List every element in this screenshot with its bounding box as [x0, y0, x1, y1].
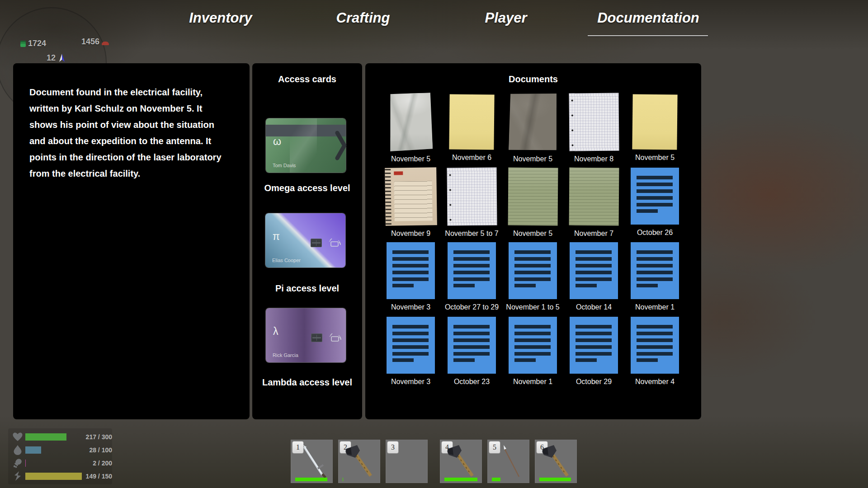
slot-number: 3 — [387, 441, 399, 454]
document-item[interactable]: November 1 — [624, 241, 685, 316]
document-thumbnail — [631, 317, 679, 374]
document-date: November 1 — [513, 378, 552, 386]
document-description-panel: Document found in the electrical facilit… — [13, 63, 250, 419]
axe-icon — [538, 442, 574, 479]
access-card-pi[interactable]: π Elias Cooper — [265, 213, 345, 267]
player-stats: 217 / 300 28 / 100 2 / 200 149 / 150 — [8, 428, 112, 484]
hotbar-slot-2[interactable]: 2 — [338, 440, 380, 483]
document-date: November 4 — [635, 378, 675, 386]
card-chip-icon — [311, 239, 322, 247]
durability-bar — [295, 478, 327, 481]
document-description: Document found in the electrical facilit… — [29, 84, 235, 182]
document-thumbnail — [508, 168, 558, 226]
document-thumbnail — [569, 168, 619, 226]
energy-value: 149 / 150 — [84, 473, 112, 480]
card-holder-name: Rick Garcia — [273, 352, 298, 358]
tab-player[interactable]: Player — [485, 10, 527, 26]
contactless-icon — [328, 238, 342, 249]
document-date: November 9 — [391, 230, 430, 238]
minimap-red-counter: 1456 — [81, 37, 109, 47]
hotbar-slot-1[interactable]: 1 — [291, 440, 333, 483]
hotbar-slot-3[interactable]: 3 — [386, 440, 428, 483]
lightning-icon — [12, 471, 24, 481]
document-item[interactable]: November 3 — [380, 241, 441, 316]
document-date: October 27 to 29 — [445, 303, 499, 311]
document-item[interactable]: November 5 — [502, 167, 563, 241]
heart-icon — [12, 432, 24, 441]
documents-panel: Documents November 5 November 6 November… — [365, 63, 701, 419]
document-item[interactable]: November 5 — [624, 92, 685, 167]
durability-bar — [492, 478, 500, 481]
document-item[interactable]: October 23 — [441, 316, 502, 390]
document-item[interactable]: November 9 — [380, 167, 441, 241]
document-item[interactable]: November 3 — [380, 316, 441, 390]
player-arrow-icon — [58, 54, 66, 63]
document-item[interactable]: November 5 to 7 — [441, 167, 502, 241]
tab-inventory[interactable]: Inventory — [189, 10, 252, 26]
document-item[interactable]: October 14 — [563, 241, 624, 316]
document-item[interactable]: November 4 — [624, 316, 685, 390]
document-date: October 29 — [576, 378, 612, 386]
document-date: November 3 — [391, 378, 430, 386]
document-thumbnail — [570, 242, 618, 299]
document-item[interactable]: November 1 to 5 — [502, 241, 563, 316]
document-thumbnail — [509, 242, 557, 299]
durability-bar — [444, 478, 477, 481]
document-thumbnail — [389, 93, 433, 151]
document-item[interactable]: November 5 — [380, 92, 441, 167]
card-holder-name: Tom Davis — [273, 163, 296, 168]
document-item[interactable]: November 7 — [563, 167, 624, 241]
lambda-card-label: Lambda access level — [252, 377, 362, 388]
document-thumbnail — [448, 242, 496, 299]
document-thumbnail — [570, 317, 618, 374]
pi-card-label: Pi access level — [252, 283, 362, 294]
document-item[interactable]: October 27 to 29 — [441, 241, 502, 316]
document-date: November 5 — [391, 155, 430, 163]
omega-card-label: Omega access level — [252, 183, 362, 193]
document-item[interactable]: November 5 — [502, 92, 563, 167]
access-cards-title: Access cards — [252, 74, 362, 84]
spear-icon — [491, 442, 526, 479]
axe-icon — [342, 442, 377, 479]
food-value: 2 / 200 — [84, 460, 112, 467]
water-stat: 28 / 100 — [8, 443, 112, 456]
document-item[interactable]: October 26 — [624, 167, 685, 241]
tab-crafting[interactable]: Crafting — [336, 10, 390, 26]
document-date: October 26 — [637, 229, 673, 237]
axe-icon — [443, 442, 479, 479]
battery-icon — [20, 41, 26, 47]
document-item[interactable]: November 8 — [563, 92, 624, 167]
access-card-omega[interactable]: ω Tom Davis — [266, 118, 346, 173]
contactless-icon — [329, 333, 342, 343]
minimap-green-counter: 1724 — [20, 39, 46, 48]
document-item[interactable]: November 1 — [502, 316, 563, 390]
dome-icon — [102, 42, 109, 45]
document-date: November 3 — [391, 303, 430, 311]
document-thumbnail — [632, 94, 677, 150]
document-date: October 14 — [576, 303, 612, 311]
document-thumbnail — [508, 93, 557, 151]
food-bar — [25, 460, 26, 467]
document-date: November 7 — [574, 230, 613, 238]
document-date: November 5 to 7 — [445, 230, 498, 238]
next-card-chevron-icon[interactable] — [335, 130, 347, 161]
access-cards-panel: Access cards ω Tom Davis Omega access le… — [252, 63, 362, 419]
hotbar-slot-4[interactable]: 4 — [440, 440, 482, 483]
document-thumbnail — [448, 317, 496, 374]
document-item[interactable]: November 6 — [441, 92, 502, 167]
document-date: November 1 to 5 — [506, 303, 559, 311]
card-holder-name: Elias Cooper — [272, 258, 301, 263]
document-thumbnail — [449, 94, 494, 150]
document-thumbnail — [569, 93, 619, 151]
hotbar-slot-6[interactable]: 6 — [535, 440, 577, 483]
document-thumbnail — [385, 167, 437, 226]
documents-grid: November 5 November 6 November 5 Novembe… — [380, 92, 685, 390]
drumstick-icon — [12, 458, 24, 468]
document-thumbnail — [509, 317, 557, 374]
document-date: November 5 — [513, 155, 552, 163]
document-item[interactable]: October 29 — [563, 316, 624, 390]
hotbar-slot-5[interactable]: 5 — [487, 440, 529, 483]
water-value: 28 / 100 — [84, 446, 112, 454]
access-card-lambda[interactable]: λ Rick Garcia — [266, 308, 346, 362]
tab-documentation[interactable]: Documentation — [597, 10, 699, 26]
